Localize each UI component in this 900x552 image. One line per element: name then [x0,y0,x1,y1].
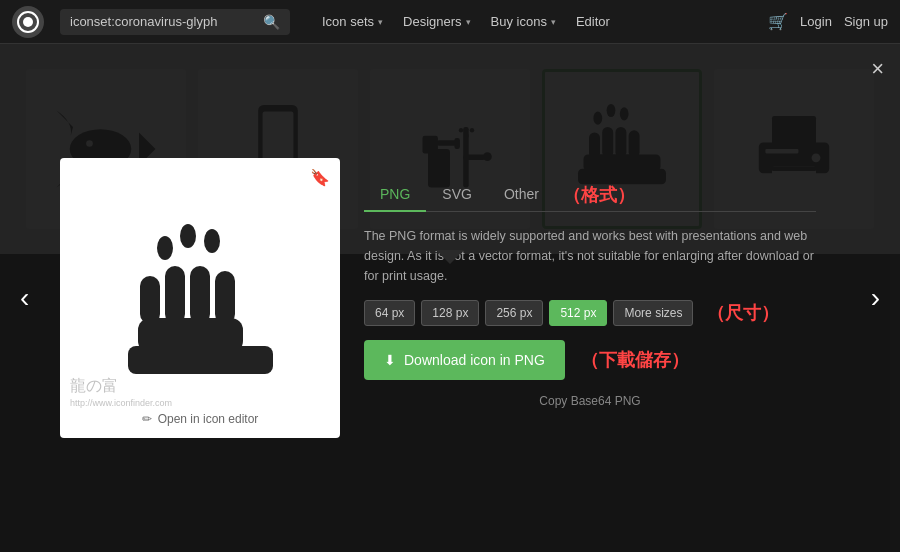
search-bar[interactable]: 🔍 [60,9,290,35]
icon-preview [110,208,290,388]
prev-icon-button[interactable]: ‹ [10,272,39,324]
svg-rect-46 [128,346,273,374]
details-panel: PNG SVG Other （格式） The PNG format is wid… [340,158,840,438]
svg-point-39 [180,224,196,248]
format-chinese-label: （格式） [563,183,635,207]
caret-down-indicator [436,250,464,264]
edit-icon: ✏ [142,412,152,426]
svg-rect-42 [165,266,185,324]
tab-svg[interactable]: SVG [426,178,488,212]
watermark: 龍の富 http://www.iconfinder.com [70,376,172,408]
nav-right: 🛒 Login Sign up [768,12,888,31]
navbar: 🔍 Icon sets ▾ Designers ▾ Buy icons ▾ Ed… [0,0,900,44]
chevron-down-icon: ▾ [551,17,556,27]
chevron-down-icon: ▾ [466,17,471,27]
tab-png[interactable]: PNG [364,178,426,212]
nav-item-buy-icons[interactable]: Buy icons ▾ [483,10,564,33]
copy-base64-link[interactable]: Copy Base64 PNG [364,394,816,408]
nav-item-editor[interactable]: Editor [568,10,618,33]
download-row: ⬇ Download icon in PNG （下載儲存） [364,340,816,380]
size-256[interactable]: 256 px [485,300,543,326]
svg-rect-43 [190,266,210,324]
signup-link[interactable]: Sign up [844,14,888,29]
preview-panel: 🔖 龍の富 http://www.iconfinder.com [60,158,340,438]
nav-links: Icon sets ▾ Designers ▾ Buy icons ▾ Edit… [314,10,618,33]
modal-overlay: ‹ › × 🔖 龍の富 [0,44,900,552]
login-link[interactable]: Login [800,14,832,29]
size-512[interactable]: 512 px [549,300,607,326]
next-icon-button[interactable]: › [861,272,890,324]
close-button[interactable]: × [871,56,884,82]
size-64[interactable]: 64 px [364,300,415,326]
svg-point-1 [23,17,33,27]
size-buttons: 64 px 128 px 256 px 512 px More sizes （尺… [364,300,816,326]
svg-rect-44 [215,271,235,324]
nav-item-designers[interactable]: Designers ▾ [395,10,479,33]
search-input[interactable] [70,14,255,29]
download-chinese-label: （下載儲存） [581,348,689,372]
svg-point-40 [204,229,220,253]
open-editor-link[interactable]: ✏ Open in icon editor [142,412,259,426]
chevron-down-icon: ▾ [378,17,383,27]
nav-item-icon-sets[interactable]: Icon sets ▾ [314,10,391,33]
cart-icon[interactable]: 🛒 [768,12,788,31]
tab-other[interactable]: Other [488,178,555,212]
modal-content: 🔖 龍の富 http://www.iconfinder.com [60,158,840,438]
format-description: The PNG format is widely supported and w… [364,226,816,286]
svg-point-38 [157,236,173,260]
size-chinese-label: （尺寸） [707,301,779,325]
size-128[interactable]: 128 px [421,300,479,326]
download-icon: ⬇ [384,352,396,368]
site-logo[interactable] [12,6,44,38]
search-icon: 🔍 [263,14,280,30]
bookmark-icon[interactable]: 🔖 [310,168,330,187]
format-tabs: PNG SVG Other （格式） [364,178,816,212]
size-more[interactable]: More sizes [613,300,693,326]
svg-rect-41 [140,276,160,324]
download-button[interactable]: ⬇ Download icon in PNG [364,340,565,380]
